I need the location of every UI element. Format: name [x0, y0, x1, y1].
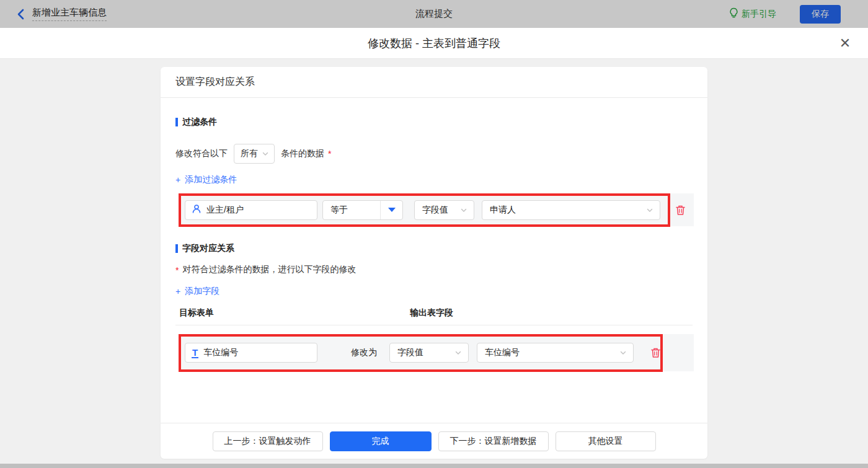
- chevron-down-icon: [619, 349, 627, 356]
- required-asterisk: *: [175, 265, 179, 275]
- modal-title: 修改数据 - 主表到普通字段: [368, 36, 500, 51]
- mapping-section-label: 字段对应关系: [182, 243, 234, 254]
- target-form-column-header: 目标表单: [179, 307, 214, 319]
- mapping-section-title: 字段对应关系: [175, 243, 693, 254]
- prev-step-button[interactable]: 上一步：设置触发动作: [213, 431, 323, 451]
- filter-condition-row: 业主/租户 等于 字段值 申请人: [179, 193, 694, 226]
- next-step-button[interactable]: 下一步：设置新增数据: [438, 431, 549, 451]
- other-settings-button[interactable]: 其他设置: [556, 431, 656, 451]
- filter-section-label: 过滤条件: [182, 117, 217, 128]
- modify-to-label: 修改为: [351, 347, 386, 358]
- operator-value: 等于: [323, 205, 380, 216]
- mapping-value: 车位编号: [485, 347, 520, 358]
- edit-data-modal: 修改数据 - 主表到普通字段 ✕ 设置字段对应关系 过滤条件 修改符合以下 所有…: [0, 28, 868, 464]
- delete-filter-row-button[interactable]: [675, 205, 686, 216]
- required-asterisk: *: [328, 149, 331, 159]
- plus-icon: +: [175, 286, 180, 296]
- filter-value-type: 字段值: [422, 205, 448, 216]
- mapping-value-type: 字段值: [397, 347, 423, 358]
- trash-icon: [650, 347, 661, 358]
- modal-body: 设置字段对应关系 过滤条件 修改符合以下 所有 条件的数据 *: [0, 59, 868, 464]
- chevron-down-icon: [454, 349, 462, 356]
- output-field-column-header: 输出表字段: [410, 307, 453, 319]
- column-divider: [175, 325, 693, 325]
- filter-condition-line: 修改符合以下 所有 条件的数据 *: [175, 144, 693, 164]
- field-mapping-card: 设置字段对应关系 过滤条件 修改符合以下 所有 条件的数据 *: [161, 67, 707, 459]
- add-filter-condition-link[interactable]: + 添加过滤条件: [175, 174, 237, 185]
- match-mode-value: 所有: [241, 148, 258, 159]
- field-mapping-row: T 车位编号 修改为 字段值 车位编号: [179, 334, 694, 371]
- mapping-hint-line: * 对符合过滤条件的数据，进行以下字段的修改: [175, 264, 693, 275]
- filter-value-type-select[interactable]: 字段值: [414, 200, 474, 220]
- add-field-label: 添加字段: [185, 286, 219, 297]
- add-filter-condition-label: 添加过滤条件: [185, 174, 237, 185]
- done-button[interactable]: 完成: [330, 431, 432, 451]
- text-field-icon: T: [192, 348, 198, 358]
- delete-mapping-row-button[interactable]: [650, 347, 661, 358]
- filter-field-value: 业主/租户: [206, 205, 244, 216]
- filter-value-select[interactable]: 申请人: [482, 200, 660, 220]
- chevron-down-icon: [646, 206, 653, 214]
- target-field-value: 车位编号: [203, 347, 238, 358]
- filter-section-title: 过滤条件: [175, 117, 693, 128]
- operator-select[interactable]: 等于: [322, 200, 403, 220]
- section-bar-icon: [175, 244, 178, 253]
- section-bar-icon: [175, 118, 178, 126]
- caret-down-icon: [380, 201, 402, 219]
- person-icon: [192, 204, 202, 216]
- card-header-title: 设置字段对应关系: [161, 67, 707, 98]
- match-mode-select[interactable]: 所有: [234, 144, 275, 164]
- trash-icon: [675, 205, 686, 216]
- filter-value: 申请人: [490, 205, 516, 216]
- plus-icon: +: [175, 175, 180, 185]
- mapping-value-type-select[interactable]: 字段值: [389, 343, 469, 363]
- card-footer: 上一步：设置触发动作 完成 下一步：设置新增数据 其他设置: [161, 423, 707, 459]
- condition-suffix-text: 条件的数据: [281, 148, 324, 159]
- mapping-column-headers: 目标表单 输出表字段: [175, 307, 693, 319]
- mapping-hint-text: 对符合过滤条件的数据，进行以下字段的修改: [182, 264, 356, 275]
- card-content: 过滤条件 修改符合以下 所有 条件的数据 * + 添加过滤条件: [161, 98, 707, 423]
- add-field-link[interactable]: + 添加字段: [175, 286, 219, 297]
- target-field-input[interactable]: T 车位编号: [185, 343, 317, 363]
- chevron-down-icon: [262, 150, 269, 157]
- mapping-value-select[interactable]: 车位编号: [477, 343, 634, 363]
- close-icon[interactable]: ✕: [837, 35, 853, 51]
- chevron-down-icon: [460, 206, 467, 214]
- modal-header: 修改数据 - 主表到普通字段 ✕: [0, 28, 868, 59]
- filter-field-input[interactable]: 业主/租户: [185, 200, 317, 220]
- condition-prefix-text: 修改符合以下: [175, 148, 228, 159]
